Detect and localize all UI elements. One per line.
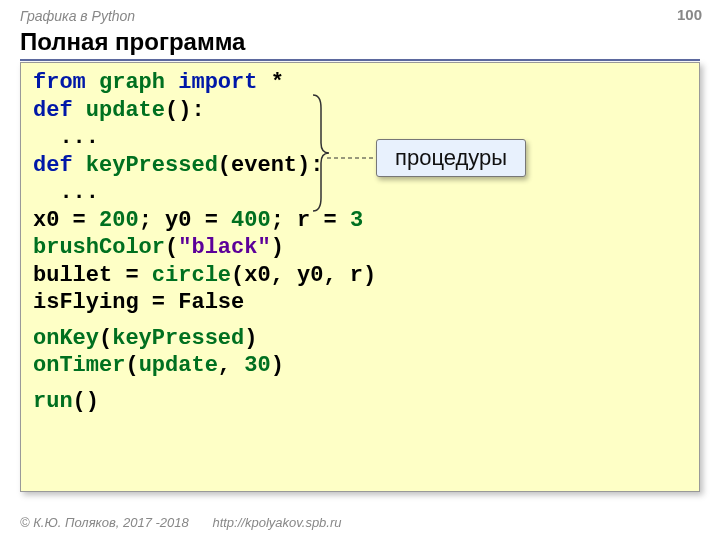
procedures-callout: процедуры [376,139,526,177]
topic-label: Графика в Python [20,8,700,24]
page-number: 100 [677,6,702,23]
code-content: from graph import * def update(): ... de… [21,63,699,421]
code-block: from graph import * def update(): ... de… [20,62,700,492]
footer-url: http://kpolyakov.spb.ru [212,515,341,530]
footer: © К.Ю. Поляков, 2017 -2018 http://kpolya… [20,515,342,530]
connector-line [327,157,377,159]
slide-title: Полная программа [20,28,700,61]
copyright-text: © К.Ю. Поляков, 2017 -2018 [20,515,189,530]
